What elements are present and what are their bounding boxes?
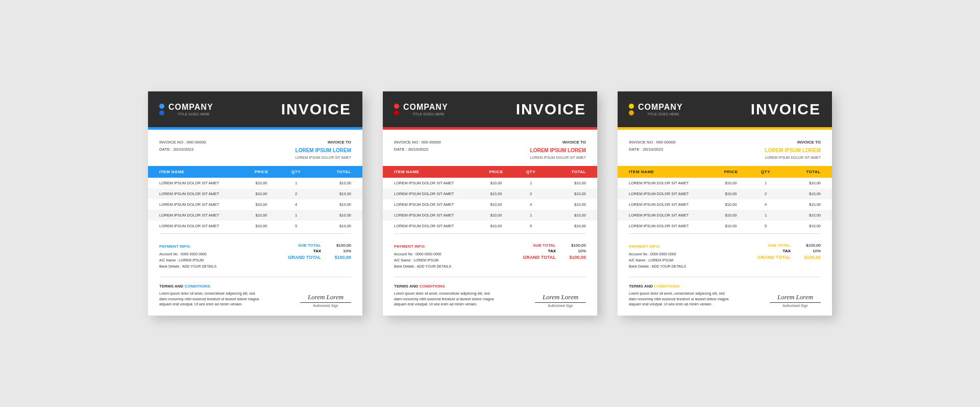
terms-text-red: TERMS AND CONDITIONS Lorem ipsum dolor s… bbox=[394, 283, 496, 307]
table-row: LOREM IPSUM DOLOR SIT AMET $10,00 1 $10,… bbox=[383, 178, 597, 188]
col-total-blue: TOTAL bbox=[310, 170, 351, 174]
signature-block-red: Lorem Lorem Authorised Sign bbox=[535, 293, 586, 307]
grand-value-blue: $100,00 bbox=[328, 255, 351, 260]
terms-text-blue: TERMS AND CONDITIONS Lorem ipsum dolor s… bbox=[159, 283, 261, 307]
bank-blue: Bank Details : ADD YOUR DETAILS bbox=[159, 264, 216, 270]
company-subtitle-blue: TITLE GOES HERE bbox=[178, 112, 213, 116]
payment-info-blue: PAYMENT INFO: Account No : 0000 0000 000… bbox=[159, 243, 216, 270]
table-row: LOREM IPSUM DOLOR SIT AMET $10,00 5 $10,… bbox=[618, 221, 832, 231]
divider-red bbox=[394, 233, 586, 234]
table-row: LOREM IPSUM DOLOR SIT AMET $10,00 1 $10,… bbox=[618, 210, 832, 221]
row3-item: LOREM IPSUM DOLOR SIT AMET bbox=[159, 202, 241, 207]
row2-total: $10,00 bbox=[310, 191, 351, 196]
divider2-red bbox=[394, 277, 586, 277]
col-item-blue: ITEM NAME bbox=[159, 170, 241, 174]
row5-qty: 5 bbox=[282, 224, 310, 228]
bottom-section-yellow: PAYMENT INFO: Account No : 0000 0000 000… bbox=[618, 237, 832, 275]
col-price-blue: PRICE bbox=[241, 170, 282, 174]
row3-qty: 4 bbox=[282, 202, 310, 207]
row3-price: $10,00 bbox=[241, 202, 282, 207]
terms-section-yellow: TERMS AND CONDITIONS Lorem ipsum dolor s… bbox=[618, 279, 832, 316]
company-subtitle-yellow: TITLE GOES HERE bbox=[647, 112, 683, 116]
row4-item: LOREM IPSUM DOLOR SIT AMET bbox=[159, 213, 241, 218]
invoice-table-red: ITEM NAME PRICE QTY TOTAL LOREM IPSUM DO… bbox=[383, 166, 597, 231]
invoice-red: COMPANY TITLE GOES HERE INVOICE INVOICE … bbox=[383, 91, 597, 315]
invoice-blue: COMPANY TITLE GOES HERE INVOICE INVOICE … bbox=[148, 91, 362, 315]
client-address-yellow: LOREM IPSUM DOLOR SIT AMET bbox=[765, 155, 821, 161]
invoice-no-label: INVOICE NO : bbox=[159, 140, 186, 145]
terms-section-blue: TERMS AND CONDITIONS Lorem ipsum dolor s… bbox=[148, 279, 362, 316]
row3-total: $10,00 bbox=[310, 202, 351, 207]
invoice-info-blue: INVOICE NO : 000 00000 DATE : 20/10/2022… bbox=[148, 130, 362, 165]
info-right-yellow: INVOICE TO LOREM IPSUM LOREM LOREM IPSUM… bbox=[765, 139, 821, 160]
date-row-yellow: DATE : 20/10/2022 bbox=[629, 146, 676, 153]
invoice-info-yellow: INVOICE NO : 000 00000 DATE : 20/10/2022… bbox=[618, 130, 832, 165]
auth-sign-blue: Authorised Sign bbox=[300, 304, 351, 307]
tax-label-blue: TAX bbox=[313, 249, 321, 253]
table-row: LOREM IPSUM DOLOR SIT AMET $10,00 2 $10,… bbox=[148, 188, 362, 199]
logo-icon-blue bbox=[159, 104, 164, 115]
ac-name-blue: A/C Name : LOREM IPSUM bbox=[159, 257, 216, 264]
client-name-red: LOREM IPSUM LOREM bbox=[530, 146, 586, 155]
row5-item: LOREM IPSUM DOLOR SIT AMET bbox=[159, 224, 241, 228]
table-row: LOREM IPSUM DOLOR SIT AMET $10,00 2 $10,… bbox=[618, 188, 832, 199]
date-value: 20/10/2022 bbox=[173, 147, 193, 152]
grand-label-blue: GRAND TOTAL bbox=[288, 255, 321, 260]
tax-value-blue: 10% bbox=[328, 249, 351, 253]
invoice-header-red: COMPANY TITLE GOES HERE INVOICE bbox=[383, 91, 597, 127]
divider2-yellow bbox=[629, 277, 821, 277]
signature-block-yellow: Lorem Lorem Authorised Sign bbox=[770, 293, 821, 307]
client-address-red: LOREM IPSUM DOLOR SIT AMET bbox=[530, 155, 586, 161]
company-logo-red: COMPANY TITLE GOES HERE bbox=[394, 103, 448, 116]
info-left-blue: INVOICE NO : 000 00000 DATE : 20/10/2022 bbox=[159, 139, 206, 160]
company-name-blue: COMPANY bbox=[168, 103, 213, 112]
table-row: LOREM IPSUM DOLOR SIT AMET $10,00 1 $10,… bbox=[148, 178, 362, 188]
terms-label-blue: TERMS AND CONDITIONS bbox=[159, 283, 261, 290]
tax-row-blue: TAX 10% bbox=[288, 249, 351, 253]
table-row: LOREM IPSUM DOLOR SIT AMET $10,00 5 $10,… bbox=[383, 221, 597, 231]
row1-total: $10,00 bbox=[310, 181, 351, 185]
invoice-yellow: COMPANY TITLE GOES HERE INVOICE INVOICE … bbox=[618, 91, 832, 315]
invoice-title-yellow: INVOICE bbox=[751, 101, 821, 118]
signature-text-blue: Lorem Lorem bbox=[300, 293, 351, 301]
company-subtitle-red: TITLE GOES HERE bbox=[412, 112, 448, 116]
table-row: LOREM IPSUM DOLOR SIT AMET $10,00 1 $10,… bbox=[618, 178, 832, 188]
payment-info-yellow: PAYMENT INFO: Account No : 0000 0000 000… bbox=[629, 243, 686, 270]
auth-sign-yellow: Authorised Sign bbox=[770, 304, 821, 307]
totals-section-red: SUB TOTAL $100,00 TAX 10% GRAND TOTAL $1… bbox=[523, 243, 586, 270]
divider2-blue bbox=[159, 277, 351, 277]
invoice-no-row-yellow: INVOICE NO : 000 00000 bbox=[629, 139, 676, 146]
row1-qty: 1 bbox=[282, 181, 310, 185]
account-no-red: Account No : 0000 0000 0000 bbox=[394, 251, 451, 257]
invoice-no: 000 00000 bbox=[187, 140, 206, 145]
table-row: LOREM IPSUM DOLOR SIT AMET $10,00 4 $10,… bbox=[148, 199, 362, 210]
company-logo-blue: COMPANY TITLE GOES HERE bbox=[159, 103, 213, 116]
invoice-header-yellow: COMPANY TITLE GOES HERE INVOICE bbox=[618, 91, 832, 127]
payment-label-blue: PAYMENT INFO: bbox=[159, 243, 216, 250]
subtotal-value-blue: $100,00 bbox=[328, 243, 351, 248]
invoice-no-row-red: INVOICE NO : 000 00000 bbox=[394, 139, 441, 146]
date-label: DATE : bbox=[159, 147, 172, 152]
bottom-section-blue: PAYMENT INFO: Account No : 0000 0000 000… bbox=[148, 237, 362, 275]
subtotal-label-blue: SUB TOTAL bbox=[298, 243, 321, 248]
table-row: LOREM IPSUM DOLOR SIT AMET $10,00 2 $10,… bbox=[383, 188, 597, 199]
info-left-yellow: INVOICE NO : 000 00000 DATE : 20/10/2022 bbox=[629, 139, 676, 160]
logo-icon-red bbox=[394, 104, 399, 115]
info-right-blue: INVOICE TO LOREM IPSUM LOREM LOREM IPSUM… bbox=[295, 139, 351, 160]
col-qty-blue: QTY bbox=[282, 170, 310, 174]
row4-total: $10,00 bbox=[310, 213, 351, 218]
company-name-yellow: COMPANY bbox=[638, 103, 683, 112]
info-left-red: INVOICE NO : 000 00000 DATE : 20/10/2022 bbox=[394, 139, 441, 160]
account-no-blue: Account No : 0000 0000 0000 bbox=[159, 251, 216, 257]
totals-section-yellow: SUB TOTAL $100,00 TAX 10% GRAND TOTAL $1… bbox=[757, 243, 821, 270]
invoice-no-row: INVOICE NO : 000 00000 bbox=[159, 139, 206, 146]
company-logo-yellow: COMPANY TITLE GOES HERE bbox=[629, 103, 683, 116]
date-row-red: DATE : 20/10/2022 bbox=[394, 146, 441, 153]
subtotal-row-blue: SUB TOTAL $100,00 bbox=[288, 243, 351, 248]
client-name-blue: LOREM IPSUM LOREM bbox=[295, 146, 351, 155]
invoice-title-red: INVOICE bbox=[516, 101, 586, 118]
totals-section-blue: SUB TOTAL $100,00 TAX 10% GRAND TOTAL $1… bbox=[288, 243, 351, 270]
divider-blue bbox=[159, 233, 351, 234]
client-name-yellow: LOREM IPSUM LOREM bbox=[765, 146, 821, 155]
signature-block-blue: Lorem Lorem Authorised Sign bbox=[300, 293, 351, 307]
